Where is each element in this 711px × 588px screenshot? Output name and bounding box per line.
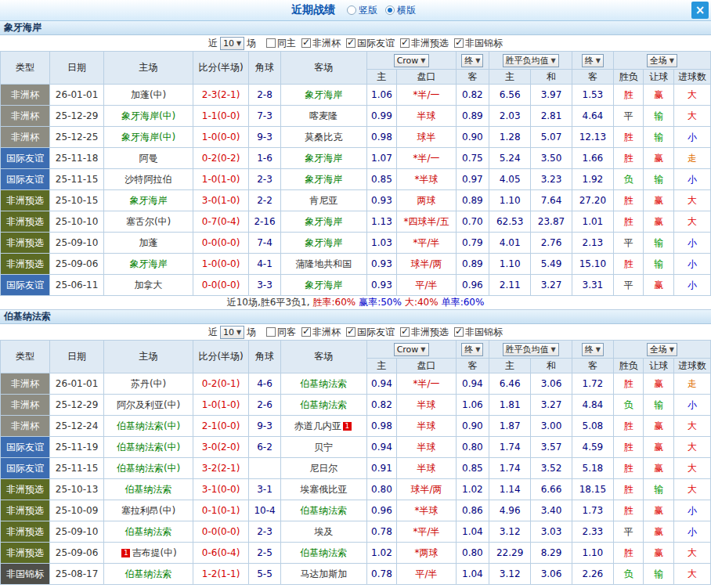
europe-home-odds-cell: 6.56 bbox=[489, 85, 531, 106]
away-team-cell: 象牙海岸 bbox=[280, 275, 366, 296]
away-team-cell: 伯基纳法索 bbox=[280, 500, 366, 521]
col-result: 胜负 bbox=[613, 359, 644, 373]
europe-home-odds-cell: 1.74 bbox=[489, 458, 531, 479]
radio-circle-icon bbox=[347, 5, 356, 15]
handicap-away-odds-cell: 0.79 bbox=[456, 233, 489, 254]
handicap-result-cell: 赢 bbox=[644, 275, 674, 296]
europe-draw-odds-cell: 3.03 bbox=[531, 521, 572, 543]
handicap-line-cell: *平/半 bbox=[397, 233, 456, 254]
home-team-cell: 伯基纳法索 bbox=[104, 521, 193, 543]
europe-home-odds-cell: 1.28 bbox=[489, 127, 531, 148]
match-type-cell: 非洲预选 bbox=[1, 190, 50, 211]
comp-qualifier-checkbox[interactable] bbox=[400, 327, 410, 337]
handicap-result-cell: 赢 bbox=[644, 85, 674, 106]
match-count-select[interactable]: 10▼ bbox=[220, 326, 244, 339]
corner-cell: 2-3 bbox=[249, 169, 281, 190]
same-venue-checkbox[interactable] bbox=[266, 327, 276, 337]
handicap-result-cell: 输 bbox=[644, 233, 674, 254]
europe-draw-odds-cell: 2.76 bbox=[531, 233, 572, 254]
goals-result-cell: 小 bbox=[674, 233, 711, 254]
wdl-select-cell: 胜平负均值▼ bbox=[489, 341, 572, 359]
home-team-cell: 加拿大 bbox=[104, 275, 193, 296]
full-match-select[interactable]: 全场▼ bbox=[647, 54, 677, 67]
comp-championship-checkbox[interactable] bbox=[454, 327, 464, 337]
same-venue-label: 同主 bbox=[277, 37, 296, 50]
col-type: 类型 bbox=[1, 52, 50, 85]
final-odds-select[interactable]: 终▼ bbox=[461, 54, 483, 67]
score-cell: 2-3(2-1) bbox=[193, 85, 249, 106]
europe-away-odds-cell: 1.53 bbox=[572, 85, 613, 106]
europe-away-odds-cell: 2.33 bbox=[572, 521, 613, 543]
comp-friendly-checkbox[interactable] bbox=[346, 38, 356, 48]
team-name: 象牙海岸 bbox=[4, 21, 42, 34]
europe-away-odds-cell: 1.72 bbox=[572, 373, 613, 395]
handicap-line-cell: 球半/两 bbox=[397, 254, 456, 275]
handicap-result-cell: 输 bbox=[644, 479, 674, 500]
europe-home-odds-cell: 62.53 bbox=[489, 211, 531, 233]
match-date-cell: 25-11-15 bbox=[50, 169, 104, 190]
match-row: 非洲预选25-09-10伯基纳法索0-0(0-0)2-3埃及0.78*平/半1.… bbox=[1, 521, 711, 543]
bookmaker-select[interactable]: Crow▼ bbox=[394, 343, 429, 356]
comp-qualifier-checkbox[interactable] bbox=[400, 38, 410, 48]
comp-africa-cup-checkbox[interactable] bbox=[301, 327, 311, 337]
handicap-line-cell: 半球 bbox=[397, 106, 456, 127]
handicap-home-odds-cell: 1.03 bbox=[366, 233, 397, 254]
comp-friendly-label: 国际友谊 bbox=[357, 37, 395, 50]
goals-result-cell: 小 bbox=[674, 127, 711, 148]
score-cell: 3-0(1-0) bbox=[193, 190, 249, 211]
col-home: 主场 bbox=[104, 341, 193, 373]
handicap-home-odds-cell: 0.93 bbox=[366, 190, 397, 211]
handicap-home-odds-cell: 0.96 bbox=[366, 500, 397, 521]
team-header-bar: 伯基纳法索 bbox=[0, 310, 711, 324]
bookmaker-select[interactable]: Crow▼ bbox=[394, 54, 429, 67]
home-team-cell: 塞拉利昂(中) bbox=[104, 500, 193, 521]
match-type-cell: 非洲杯 bbox=[1, 85, 50, 106]
score-cell: 1-0(1-0) bbox=[193, 169, 249, 190]
home-team-cell: 伯基纳法索 bbox=[104, 479, 193, 500]
full-match-select[interactable]: 全场▼ bbox=[647, 343, 677, 356]
handicap-away-odds-cell: 0.85 bbox=[456, 458, 489, 479]
final-odds-select-2[interactable]: 终▼ bbox=[582, 54, 604, 67]
final-odds-select[interactable]: 终▼ bbox=[461, 343, 483, 356]
away-team-cell: 莫桑比克 bbox=[280, 127, 366, 148]
europe-draw-odds-cell: 3.52 bbox=[531, 458, 572, 479]
handicap-home-odds-cell: 1.06 bbox=[366, 85, 397, 106]
home-team-cell: 伯基纳法索(中) bbox=[104, 458, 193, 479]
comp-africa-cup-checkbox[interactable] bbox=[301, 38, 311, 48]
result-cell: 胜 bbox=[613, 437, 644, 458]
layout-radio-horizontal[interactable]: 横版 bbox=[385, 4, 416, 17]
match-count-select[interactable]: 10▼ bbox=[220, 37, 244, 50]
goals-result-cell: 大 bbox=[674, 416, 711, 437]
summary-row: 近10场,胜6平3负1, 胜率:60% 赢率:50% 大:40% 单率:60% bbox=[0, 296, 711, 310]
same-venue-checkbox[interactable] bbox=[266, 38, 276, 48]
comp-africa-cup-label: 非洲杯 bbox=[312, 326, 341, 339]
games-label: 场 bbox=[247, 37, 256, 50]
handicap-result-cell: 赢 bbox=[644, 521, 674, 543]
europe-draw-odds-cell: 3.50 bbox=[531, 148, 572, 169]
handicap-line-cell: *半/一 bbox=[397, 373, 456, 395]
match-type-cell: 非洲预选 bbox=[1, 233, 50, 254]
wdl-average-select[interactable]: 胜平负均值▼ bbox=[503, 343, 559, 356]
handicap-away-odds-cell: 1.06 bbox=[456, 395, 489, 416]
home-team-cell: 塞舌尔(中) bbox=[104, 211, 193, 233]
comp-championship-checkbox[interactable] bbox=[454, 38, 464, 48]
result-cell: 胜 bbox=[613, 479, 644, 500]
score-cell: 1-0(0-0) bbox=[193, 127, 249, 148]
close-icon[interactable]: × bbox=[691, 2, 709, 19]
col-away: 客场 bbox=[280, 341, 366, 373]
match-row: 非洲预选25-10-13伯基纳法索3-1(0-0)3-1埃塞俄比亚0.80球半/… bbox=[1, 479, 711, 500]
wdl-average-select[interactable]: 胜平负均值▼ bbox=[503, 54, 559, 67]
handicap-home-odds-cell: 0.94 bbox=[366, 373, 397, 395]
handicap-home-odds-cell: 0.94 bbox=[366, 437, 397, 458]
handicap-line-cell: 半球 bbox=[397, 458, 456, 479]
goals-result-cell: 大 bbox=[674, 479, 711, 500]
col-handicap-line: 盘口 bbox=[397, 359, 456, 373]
final-odds-select-2[interactable]: 终▼ bbox=[582, 343, 604, 356]
col-handicap-result: 让球 bbox=[644, 70, 674, 85]
handicap-away-odds-cell: 0.80 bbox=[456, 437, 489, 458]
comp-friendly-checkbox[interactable] bbox=[346, 327, 356, 337]
handicap-home-odds-cell: 0.98 bbox=[366, 416, 397, 437]
comp-friendly-label: 国际友谊 bbox=[357, 326, 395, 339]
europe-away-odds-cell: 1.10 bbox=[572, 543, 613, 564]
layout-radio-vertical[interactable]: 竖版 bbox=[347, 4, 377, 17]
